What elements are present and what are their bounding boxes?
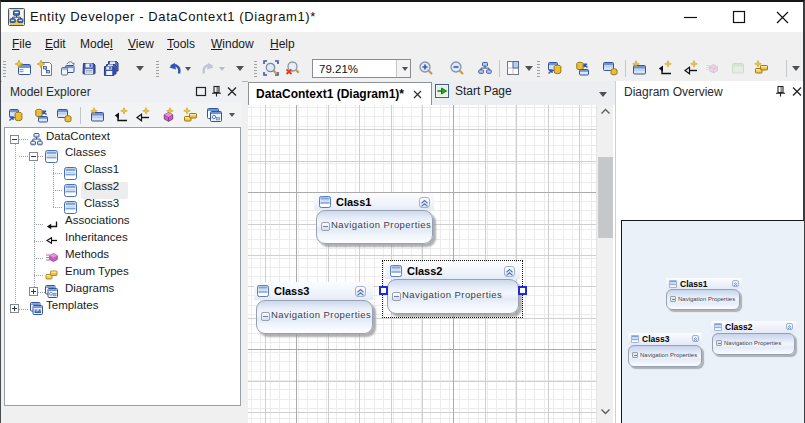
svg-text:<#>: <#> <box>34 308 42 313</box>
